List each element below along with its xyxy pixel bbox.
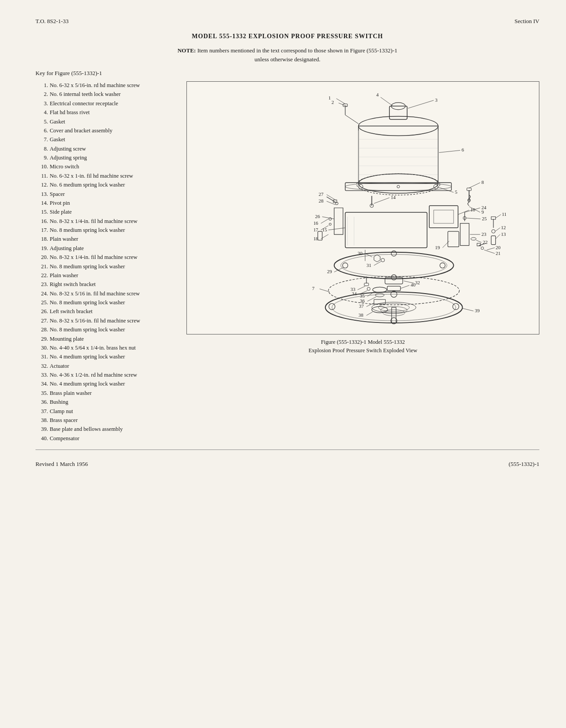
svg-text:40: 40 [411,282,416,287]
list-item: 2.No. 6 internal teeth lock washer [36,90,178,99]
note-text: Item numbers mentioned in the text corre… [197,47,397,63]
key-title: Key for Figure (555-1332)-1 [36,70,539,77]
content-area: 1.No. 6-32 x 5/16-in. rd hd machine scre… [36,81,539,443]
page: T.O. 8S2-1-33 Section IV MODEL 555-1332 … [0,0,566,728]
list-item: 27.No. 8-32 x 5/16-in. fil hd machine sc… [36,317,178,325]
list-item: 36.Bushing [36,398,178,406]
list-item: 14.Pivot pin [36,199,178,207]
list-item: 24.No. 8-32 x 5/16 in. fil hd machine sc… [36,290,178,298]
list-item: 21.No. 8 medium spring lock washer [36,263,178,271]
list-item: 34.No. 4 medium spring lock washer [36,380,178,388]
svg-text:31: 31 [366,263,371,268]
svg-text:4: 4 [376,92,379,97]
svg-text:5: 5 [455,189,458,195]
svg-text:7: 7 [312,286,315,291]
list-item: 32.Actuator [36,362,178,370]
list-item: 26.Left switch bracket [36,307,178,316]
list-item: 37.Clamp nut [36,407,178,416]
svg-text:38: 38 [359,312,364,318]
svg-text:21: 21 [495,251,500,256]
svg-text:36: 36 [360,298,365,303]
svg-text:19: 19 [435,245,440,250]
list-item: 29.Mounting plate [36,335,178,343]
svg-text:28: 28 [319,198,324,203]
list-item: 11.No. 6-32 x 1-in. fil hd machine screw [36,172,178,180]
list-item: 4.Flat hd brass rivet [36,108,178,117]
list-item: 23.Right switch bracket [36,280,178,289]
list-item: 40.Compensator [36,434,178,443]
list-item: 7.Gasket [36,135,178,144]
list-item: 3.Electrical connector receptacle [36,99,178,108]
svg-text:39: 39 [475,308,480,313]
diagram-area: 3 4 5 6 [186,81,539,443]
list-item: 12.No. 6 medium spring lock washer [36,181,178,189]
svg-text:32: 32 [415,280,420,285]
svg-text:17: 17 [313,227,318,232]
header: T.O. 8S2-1-33 Section IV [36,18,539,25]
svg-text:6: 6 [462,147,464,152]
diagram-box: 3 4 5 6 [186,81,539,334]
svg-text:8: 8 [482,179,484,185]
svg-text:25: 25 [482,216,487,221]
svg-text:3: 3 [435,97,438,103]
doc-number: T.O. 8S2-1-33 [36,18,98,25]
list-item: 38.Brass spacer [36,416,178,425]
list-item: 39.Base plate and bellows assembly [36,425,178,434]
svg-text:11: 11 [502,211,507,217]
svg-text:16: 16 [313,220,318,226]
footer-divider [36,450,539,450]
list-item: 17.No. 8 medium spring lock washer [36,226,178,235]
list-item: 15.Side plate [36,208,178,216]
exploded-view-svg: 3 4 5 6 [187,82,539,334]
svg-text:37: 37 [359,303,364,309]
section-label: Section IV [477,18,539,25]
caption-line2: Explosion Proof Pressure Switch Exploded… [186,346,539,355]
svg-text:27: 27 [319,191,324,197]
svg-text:14: 14 [391,195,396,200]
list-item: 16.No. 8-32 x 1/4-in. fil hd machine scr… [36,217,178,226]
caption-line1: Figure (555-1332)-1 Model 555-1332 [186,338,539,346]
list-item: 5.Gasket [36,118,178,126]
svg-text:29: 29 [327,269,332,274]
list-item: 18.Plain washer [36,235,178,243]
list-item: 10.Micro switch [36,163,178,171]
parts-list: 1.No. 6-32 x 5/16-in. rd hd machine scre… [36,81,178,443]
svg-text:20: 20 [495,245,500,250]
list-item: 20.No. 8-32 x 1/4-in. fil hd machine scr… [36,253,178,262]
list-item: 31.No. 4 medium spring lock washer [36,353,178,361]
list-item: 35.Brass plain washer [36,389,178,398]
list-item: 22.Plain washer [36,271,178,280]
svg-text:13: 13 [501,231,506,237]
doc-id: (555-1332)-1 [509,461,539,468]
svg-text:23: 23 [482,231,487,237]
footer: Revised 1 March 1956 (555-1332)-1 [36,461,539,468]
list-item: 6.Cover and bracket assembly [36,127,178,135]
svg-text:24: 24 [482,205,487,210]
svg-text:34: 34 [352,291,357,296]
list-item: 28.No. 8 medium spring lock washer [36,326,178,334]
list-item: 9.Adjusting spring [36,154,178,162]
section-title: MODEL 555-1332 EXPLOSION PROOF PRESSURE … [36,33,539,40]
revised-date: Revised 1 March 1956 [36,461,88,468]
list-item: 19.Adjusting plate [36,244,178,253]
svg-text:30: 30 [358,251,363,256]
list-item: 1.No. 6-32 x 5/16-in. rd hd machine scre… [36,81,178,90]
diagram-caption: Figure (555-1332)-1 Model 555-1332 Explo… [186,338,539,355]
list-item: 30.No. 4-40 x 5/64 x 1/4-in. brass hex n… [36,344,178,352]
note-block: NOTE: Item numbers mentioned in the text… [36,46,539,64]
svg-text:1: 1 [329,95,331,100]
list-item: 13.Spacer [36,190,178,199]
list-item: 8.Adjusting screw [36,145,178,153]
note-label: NOTE: [178,47,196,54]
svg-text:2: 2 [332,99,334,105]
list-item: 33.No. 4-36 x 1/2-in. rd hd machine scre… [36,371,178,379]
svg-text:26: 26 [315,214,320,219]
svg-text:12: 12 [501,225,506,230]
list-item: 25.No. 8 medium spring lock washer [36,298,178,307]
